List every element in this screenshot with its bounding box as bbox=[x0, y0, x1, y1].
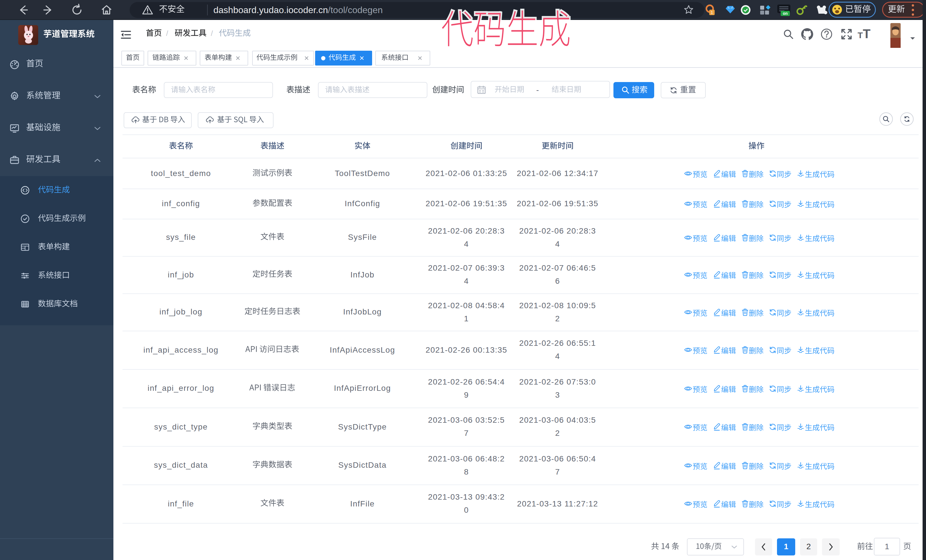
svg-text:1: 1 bbox=[711, 10, 713, 15]
svg-text:on: on bbox=[783, 11, 788, 16]
